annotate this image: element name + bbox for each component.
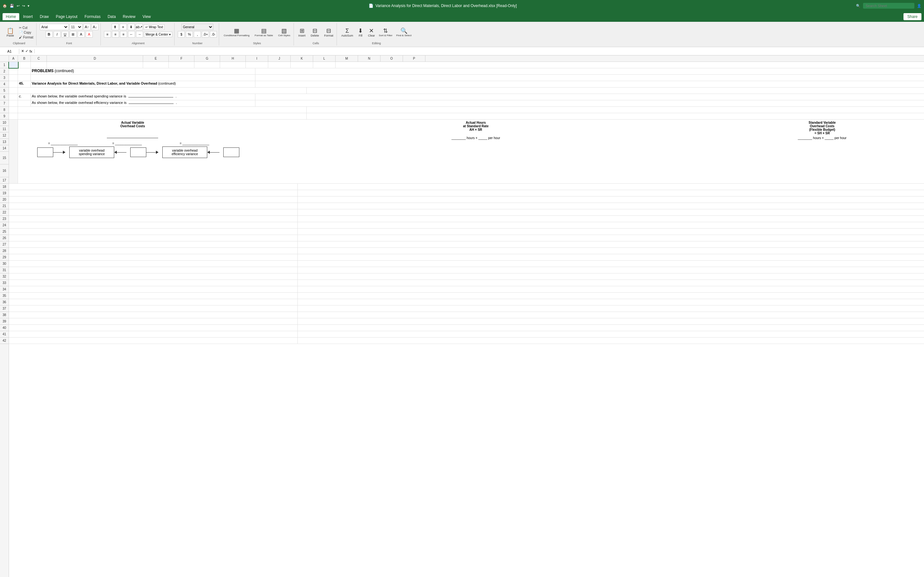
cell-C7[interactable]: As shown below, the variable overhead ef…	[31, 100, 255, 106]
cell-24[interactable]	[9, 222, 298, 228]
cell-41[interactable]	[9, 331, 298, 337]
save-icon[interactable]: 💾	[10, 4, 14, 8]
copy-button[interactable]: 📄 Copy	[18, 31, 34, 35]
cell-A3[interactable]	[9, 75, 18, 81]
cell-B3[interactable]	[18, 75, 31, 81]
cell-B1[interactable]	[18, 62, 31, 68]
cell-E1[interactable]	[143, 62, 169, 68]
cell-39[interactable]	[9, 318, 298, 324]
cell-A7[interactable]	[9, 100, 18, 106]
orientation-button[interactable]: ab↗	[136, 24, 143, 30]
find-select-button[interactable]: 🔍 Find & Select	[395, 27, 413, 37]
align-right-button[interactable]: ≡	[120, 31, 127, 37]
confirm-formula-icon[interactable]: ✓	[25, 49, 28, 53]
cell-H1[interactable]	[220, 62, 246, 68]
font-family-select[interactable]: Arial	[40, 24, 69, 30]
cell-27[interactable]	[9, 242, 298, 247]
redo-icon[interactable]: ↪	[22, 4, 25, 8]
percent-button[interactable]: %	[186, 31, 193, 37]
cell-28[interactable]	[9, 248, 298, 254]
cell-21[interactable]	[9, 203, 298, 209]
cell-22[interactable]	[9, 210, 298, 215]
cancel-formula-icon[interactable]: ✕	[21, 49, 24, 53]
cut-button[interactable]: ✂ Cut	[18, 26, 34, 30]
undo-icon[interactable]: ↩	[17, 4, 19, 8]
cell-styles-button[interactable]: ▧ Cell Styles	[277, 27, 292, 37]
align-bottom-button[interactable]: ⬇	[128, 24, 135, 30]
cell-29[interactable]	[9, 254, 298, 260]
menu-data[interactable]: Data	[104, 13, 119, 20]
indent-more-button[interactable]: →	[136, 31, 143, 37]
align-middle-button[interactable]: ≡	[120, 24, 127, 30]
menu-formulas[interactable]: Formulas	[81, 13, 103, 20]
cell-F1[interactable]	[169, 62, 194, 68]
decrease-font-button[interactable]: A↓	[91, 24, 99, 30]
cell-C2[interactable]: PROBLEMS (continued)	[31, 68, 255, 74]
cell-26[interactable]	[9, 235, 298, 241]
menu-page-layout[interactable]: Page Layout	[53, 13, 81, 20]
cell-A4[interactable]	[9, 81, 18, 87]
cell-32[interactable]	[9, 274, 298, 279]
paste-button[interactable]: 📋 Paste	[4, 27, 17, 39]
cell-34[interactable]	[9, 286, 298, 292]
cell-B7[interactable]	[18, 100, 31, 106]
cell-A9[interactable]	[9, 113, 18, 119]
cell-A6[interactable]	[9, 94, 18, 100]
formula-input[interactable]	[35, 49, 924, 54]
italic-button[interactable]: I	[53, 31, 61, 37]
cell-A8[interactable]	[9, 107, 18, 113]
wrap-text-button[interactable]: ↵ Wrap Text	[144, 24, 165, 30]
cell-23[interactable]	[9, 216, 298, 222]
bold-button[interactable]: B	[45, 31, 53, 37]
cell-35[interactable]	[9, 293, 298, 299]
cell-reference-box[interactable]: A1	[0, 49, 19, 54]
cell-19[interactable]	[9, 190, 298, 196]
cell-B5[interactable]	[18, 87, 307, 93]
delete-button[interactable]: ⊟ Delete	[309, 27, 320, 38]
align-left-button[interactable]: ≡	[104, 31, 111, 37]
align-center-button[interactable]: ≡	[112, 31, 119, 37]
format-painter-button[interactable]: 🖌 Format	[18, 35, 34, 39]
cell-C4[interactable]: Variance Analysis for Direct Materials, …	[31, 81, 255, 87]
currency-button[interactable]: $	[178, 31, 185, 37]
fill-button[interactable]: ⬇ Fill	[356, 27, 365, 38]
cell-18[interactable]	[9, 184, 298, 190]
cell-D1[interactable]	[47, 62, 143, 68]
cell-I1[interactable]	[246, 62, 268, 68]
cell-K1[interactable]	[291, 62, 313, 68]
cell-B2[interactable]	[18, 68, 31, 74]
merge-center-button[interactable]: Merge & Center ▾	[144, 32, 173, 37]
cell-37[interactable]	[9, 306, 298, 311]
sort-filter-button[interactable]: ⇅ Sort & Filter	[378, 27, 394, 37]
increase-decimal-button[interactable]: .0+	[202, 31, 209, 37]
format-button[interactable]: ⊟ Format	[323, 27, 334, 38]
underline-button[interactable]: U	[61, 31, 69, 37]
menu-review[interactable]: Review	[120, 13, 139, 20]
cell-31[interactable]	[9, 267, 298, 273]
cell-G1[interactable]	[194, 62, 220, 68]
font-color-button[interactable]: A	[86, 31, 93, 37]
clear-button[interactable]: ✕ Clear	[367, 27, 376, 38]
conditional-formatting-button[interactable]: ▦ Conditional Formatting	[222, 27, 250, 37]
search-input[interactable]	[863, 3, 914, 9]
cell-25[interactable]	[9, 229, 298, 235]
autosum-button[interactable]: Σ AutoSum	[340, 27, 355, 38]
cell-C6[interactable]: As shown below, the variable overhead sp…	[31, 94, 255, 100]
menu-insert[interactable]: Insert	[20, 13, 36, 20]
more-icon[interactable]: ▾	[27, 4, 29, 8]
cell-B6[interactable]: c.	[18, 94, 31, 100]
profile-icon[interactable]: 👤	[917, 4, 921, 8]
cell-20[interactable]	[9, 197, 298, 203]
increase-font-button[interactable]: A↑	[83, 24, 90, 30]
fill-color-button[interactable]: A	[78, 31, 85, 37]
align-top-button[interactable]: ⬆	[111, 24, 119, 30]
cell-B8[interactable]	[18, 107, 307, 113]
cell-J1[interactable]	[268, 62, 291, 68]
cell-A5[interactable]	[9, 87, 18, 93]
insert-function-icon[interactable]: fx	[29, 49, 32, 53]
borders-button[interactable]: ⊞	[69, 31, 77, 37]
cell-30[interactable]	[9, 261, 298, 267]
cell-A1[interactable]	[9, 62, 18, 68]
comma-button[interactable]: ,	[194, 31, 201, 37]
menu-draw[interactable]: Draw	[37, 13, 52, 20]
